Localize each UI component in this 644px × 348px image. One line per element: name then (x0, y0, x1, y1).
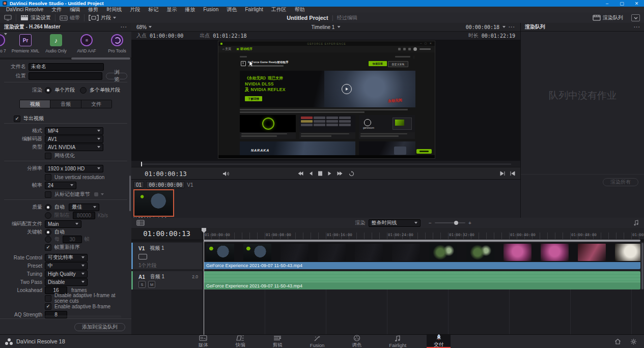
menu-item-5[interactable]: 片段 (126, 7, 144, 13)
page-tab-fairlight[interactable]: Fairlight (382, 335, 413, 348)
menu-item-2[interactable]: 编辑 (66, 7, 84, 13)
rate-control-dropdown[interactable]: 可变比特率 (45, 254, 88, 262)
stop-button[interactable] (318, 171, 323, 176)
quality-limit-radio[interactable] (45, 212, 51, 219)
browse-button[interactable]: 浏览 (106, 73, 127, 79)
vertical-res-checkbox[interactable] (45, 174, 51, 181)
render-settings-button[interactable]: 渲染设置 (16, 13, 55, 23)
disable-iframe-checkbox[interactable] (45, 295, 51, 302)
timeline-ruler[interactable]: 01:00:00:13 01:00:00:0001:00:08:0001:00:… (131, 228, 644, 239)
keyframes-every-radio[interactable] (45, 236, 51, 243)
play-around-out-button[interactable] (510, 171, 515, 176)
bitrate-input[interactable]: 80000 (73, 212, 95, 219)
timeline-playhead[interactable] (204, 228, 204, 335)
timeline-selector-dropdown[interactable]: Timeline 1 (312, 24, 341, 30)
play-button[interactable] (328, 171, 332, 176)
menu-item-davinci-resolve[interactable]: DaVinci Resolve (2, 7, 47, 13)
two-pass-dropdown[interactable]: Disable (45, 278, 88, 286)
timeline-scrollbar-thumb[interactable] (204, 240, 640, 242)
remote-monitor-button[interactable] (0, 13, 16, 23)
zoom-in-button[interactable]: + (468, 220, 471, 226)
page-tab-color[interactable]: 调色 (345, 335, 369, 348)
type-dropdown[interactable]: AV1 NVIDIA (45, 143, 103, 151)
video-viewer[interactable]: GEFORCE EXPERIENCE – ▢ ✕ ⌂ 主页 ▣ 驱动程序 (131, 40, 520, 161)
clip-mode-button[interactable]: 片段 (85, 13, 120, 23)
menu-item-6[interactable]: 标记 (144, 7, 162, 13)
export-video-checkbox[interactable] (14, 115, 20, 122)
close-button[interactable]: ✕ (629, 0, 644, 7)
profile-dropdown[interactable]: Main (45, 220, 81, 228)
panel-options-button[interactable]: ··· (121, 24, 127, 30)
video-track-header[interactable]: V1 视频 1 1个片段 (133, 243, 202, 269)
keyframes-auto-radio[interactable] (45, 229, 51, 236)
solo-button[interactable]: S (138, 281, 146, 288)
viewer-zoom-dropdown[interactable]: 68% (136, 24, 152, 30)
page-tab-cut[interactable]: 快编 (229, 335, 253, 348)
maximize-button[interactable]: ▢ (614, 0, 629, 7)
menu-item-4[interactable]: 时间线 (102, 7, 126, 13)
menu-item-12[interactable]: 工作区 (267, 7, 291, 13)
keyframe-interval-input[interactable]: 30 (63, 236, 82, 243)
audio-track-header[interactable]: A1 音频 1 2.0 S M (133, 271, 202, 289)
viewer-scrubber[interactable] (131, 161, 520, 167)
page-tab-fusion[interactable]: Fusion (303, 335, 332, 348)
codec-dropdown[interactable]: AV1 (45, 135, 103, 143)
preset-tile-premiere-xml[interactable]: PrPremiere XML (10, 32, 41, 57)
framerate-dropdown[interactable]: 24 (45, 182, 76, 189)
render-all-button[interactable]: 渲染所有 (603, 178, 638, 186)
tape-button[interactable]: 磁带 (55, 13, 84, 23)
audio-mixer-button[interactable] (634, 220, 639, 226)
render-queue-toggle-button[interactable]: 渲染队列 (589, 14, 627, 21)
menu-item-7[interactable]: 显示 (162, 7, 181, 13)
menu-item-13[interactable]: 帮助 (291, 7, 309, 13)
play-around-in-button[interactable] (500, 171, 505, 176)
go-to-end-button[interactable] (337, 171, 344, 176)
page-tab-media[interactable]: 媒体 (191, 335, 215, 348)
tab-file[interactable]: 文件 (81, 100, 111, 108)
quality-auto-dropdown[interactable]: 最佳 (69, 204, 99, 211)
zoom-out-button[interactable]: − (429, 220, 432, 226)
audio-mute-button[interactable] (222, 171, 230, 177)
preset-tile-avid-aaf[interactable]: ≡AVID AAF (71, 32, 102, 57)
chevron-down-icon[interactable] (502, 26, 506, 28)
marker-color-swatch[interactable] (94, 192, 98, 196)
timeline-vertical-scrollbar[interactable] (641, 243, 643, 289)
render-multiple-radio[interactable] (80, 87, 87, 94)
menu-item-9[interactable]: Fusion (199, 7, 222, 13)
page-tab-edit[interactable]: 剪辑 (266, 335, 290, 348)
project-settings-button[interactable] (630, 338, 637, 345)
menu-item-1[interactable]: 文件 (47, 7, 66, 13)
render-clip-thumbnail[interactable] (133, 189, 174, 217)
location-input[interactable] (29, 72, 102, 80)
network-opt-checkbox[interactable] (45, 153, 51, 159)
timeline-view-icon[interactable] (136, 220, 145, 226)
scrubber-playhead[interactable] (141, 162, 142, 166)
chevron-down-icon[interactable] (101, 193, 104, 195)
render-queue-options-button[interactable]: ··· (634, 24, 640, 30)
step-back-button[interactable] (309, 171, 313, 176)
enable-bframe-checkbox[interactable] (45, 303, 51, 310)
menu-item-10[interactable]: 调色 (222, 7, 241, 13)
project-manager-button[interactable] (614, 338, 621, 345)
tab-video[interactable]: 视频 (20, 100, 50, 108)
go-to-start-button[interactable] (297, 171, 304, 176)
reorder-checkbox[interactable] (45, 244, 51, 251)
filename-input[interactable]: 未命名 (29, 63, 104, 71)
tab-audio[interactable]: 音频 (50, 100, 81, 108)
auto-select-toggle[interactable] (138, 254, 147, 259)
preset-scrollbar[interactable] (0, 57, 131, 60)
mute-button[interactable]: M (148, 281, 155, 288)
preset-tile-audio-only[interactable]: ♪Audio Only (41, 32, 71, 57)
preset-tile-o-7[interactable]: o 7 (0, 32, 10, 57)
chapters-checkbox[interactable] (45, 191, 51, 198)
video-clip[interactable]: GeForce Experience 2021-09-07 11-50-43.m… (204, 243, 640, 269)
preset-tile-pro-tools[interactable]: Pro Tools (102, 32, 131, 57)
minimize-button[interactable]: – (600, 0, 614, 7)
preset-dropdown[interactable]: 中 (45, 262, 88, 270)
panel-visibility-toggle[interactable] (631, 14, 640, 21)
menu-item-3[interactable]: 修剪 (84, 7, 102, 13)
settings-scrollbar[interactable] (129, 176, 131, 211)
add-to-render-queue-button[interactable]: 添加到渲染队列 (74, 323, 125, 331)
timeline-zoom-slider[interactable] (435, 222, 465, 223)
menu-item-11[interactable]: Fairlight (241, 7, 267, 13)
